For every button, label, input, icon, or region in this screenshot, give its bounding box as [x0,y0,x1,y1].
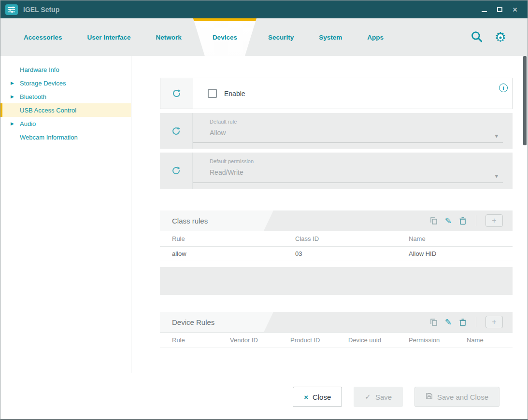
class-rules-actions: ✎ + [430,210,503,231]
tabbar-icons: ⚙ [470,30,528,45]
field-value: Allow [210,129,503,137]
field-label: Default rule [210,119,503,125]
edit-icon[interactable]: ✎ [445,318,452,326]
search-icon[interactable] [470,30,483,45]
info-glyph: i [502,85,504,91]
copy-icon[interactable] [430,318,438,326]
tab-accessories[interactable]: Accessories [11,18,75,56]
default-permission-setting-card: Default permission Read/Write ▾ [160,153,513,189]
reset-to-default-icon[interactable] [160,78,193,109]
titlebar: IGEL Setup × [0,0,528,18]
column-header: Device uuid [348,333,409,348]
column-header: Name [467,333,513,348]
tab-label: User Interface [87,34,131,41]
sidebar-item-usb-access-control[interactable]: USB Access Control [0,103,131,117]
table-header-row: Rule Class ID Name [160,231,513,247]
eye-icon [498,35,503,40]
table-row[interactable]: allow 03 Allow HID [160,247,513,261]
field-label: Default permission [210,158,503,164]
close-button[interactable]: × Close [293,387,342,407]
expand-arrow-icon[interactable]: ▶ [11,81,14,85]
sidebar-item-bluetooth[interactable]: ▶ Bluetooth [0,90,131,103]
maximize-button[interactable] [492,2,507,17]
edit-icon[interactable]: ✎ [445,217,452,225]
cell-rule: allow [160,247,295,261]
tab-system[interactable]: System [306,18,355,56]
chevron-down-icon: ▾ [495,172,498,180]
column-header: Product ID [290,333,348,348]
column-header: Name [409,231,513,247]
enable-label: Enable [224,90,245,98]
column-header: Vendor ID [230,333,290,348]
reset-to-default-icon[interactable] [160,113,193,149]
sidebar-item-label: Bluetooth [20,93,46,100]
floppy-disk-icon [426,392,433,401]
sidebar-item-label: Storage Devices [20,80,66,87]
add-class-rule-button[interactable]: + [485,214,503,227]
tab-devices[interactable]: Devices [194,18,256,56]
panel-title: Device Rules [172,318,214,326]
delete-icon[interactable] [459,318,467,326]
cell-class-id: 03 [295,247,409,261]
tab-label: Network [156,34,182,41]
class-rules-panel: Class rules ✎ [160,210,513,295]
close-x-icon: × [304,393,308,401]
device-rules-table: Rule Vendor ID Product ID Device uuid Pe… [160,332,513,373]
default-rule-select[interactable]: Default rule Allow ▾ [193,118,503,143]
tab-network[interactable]: Network [143,18,194,56]
default-rule-setting-card: Default rule Allow ▾ [160,113,513,149]
class-rules-table: Rule Class ID Name allow 03 Allow HID [160,231,513,267]
default-permission-select[interactable]: Default permission Read/Write ▾ [193,157,503,183]
sidebar-item-label: Audio [20,120,36,127]
save-and-close-button-label: Save and Close [437,393,488,401]
expand-arrow-icon[interactable]: ▶ [11,121,14,126]
panel-title: Class rules [172,217,208,225]
tab-bar: Accessories User Interface Network Devic… [0,18,528,56]
tab-security[interactable]: Security [256,18,306,56]
field-value: Read/Write [210,168,503,176]
enable-setting-card: Enable [160,78,513,109]
enable-checkbox[interactable] [208,89,217,98]
expand-arrow-icon[interactable]: ▶ [11,94,14,99]
divider [476,215,476,226]
column-header: Class ID [295,231,409,247]
reset-to-default-icon[interactable] [160,153,193,189]
tab-label: Devices [213,34,237,41]
sidebar-item-audio[interactable]: ▶ Audio [0,117,131,130]
delete-icon[interactable] [459,217,467,225]
sidebar-item-webcam-information[interactable]: Webcam Information [0,130,131,144]
save-and-close-button[interactable]: Save and Close [414,387,499,407]
class-rules-header: Class rules ✎ [160,210,513,231]
save-button-label: Save [375,393,392,401]
tab-label: Apps [367,34,384,41]
info-icon[interactable]: i [499,84,508,92]
window-title: IGEL Setup [23,6,59,14]
device-rules-header: Device Rules ✎ [160,312,513,332]
column-header: Rule [160,231,295,247]
gear-eye-icon[interactable]: ⚙ [495,31,506,44]
window-controls: × [476,2,523,17]
scrollbar-thumb[interactable] [523,56,527,145]
device-rules-actions: ✎ + [430,312,503,332]
sidebar-item-label: Webcam Information [20,134,78,141]
tab-apps[interactable]: Apps [355,18,396,56]
tab-user-interface[interactable]: User Interface [75,18,143,56]
add-device-rule-button[interactable]: + [485,316,503,328]
column-header: Permission [409,333,467,348]
sidebar-item-hardware-info[interactable]: Hardware Info [0,63,131,76]
sidebar-item-storage-devices[interactable]: ▶ Storage Devices [0,76,131,90]
close-window-button[interactable]: × [507,2,523,17]
sidebar-item-label: Hardware Info [20,66,59,73]
footer-bar: × Close ✓ Save Save and Close [0,373,528,420]
maximize-icon [497,7,502,12]
minimize-button[interactable] [476,2,492,17]
tab-label: Accessories [24,34,62,41]
chevron-down-icon: ▾ [495,132,498,140]
device-rules-panel: Device Rules ✎ [160,312,513,373]
copy-icon[interactable] [430,217,438,224]
close-button-label: Close [313,393,331,401]
tab-label: Security [268,34,294,41]
vertical-scrollbar[interactable] [522,56,528,373]
tab-label: System [319,34,342,41]
save-button[interactable]: ✓ Save [354,387,403,407]
